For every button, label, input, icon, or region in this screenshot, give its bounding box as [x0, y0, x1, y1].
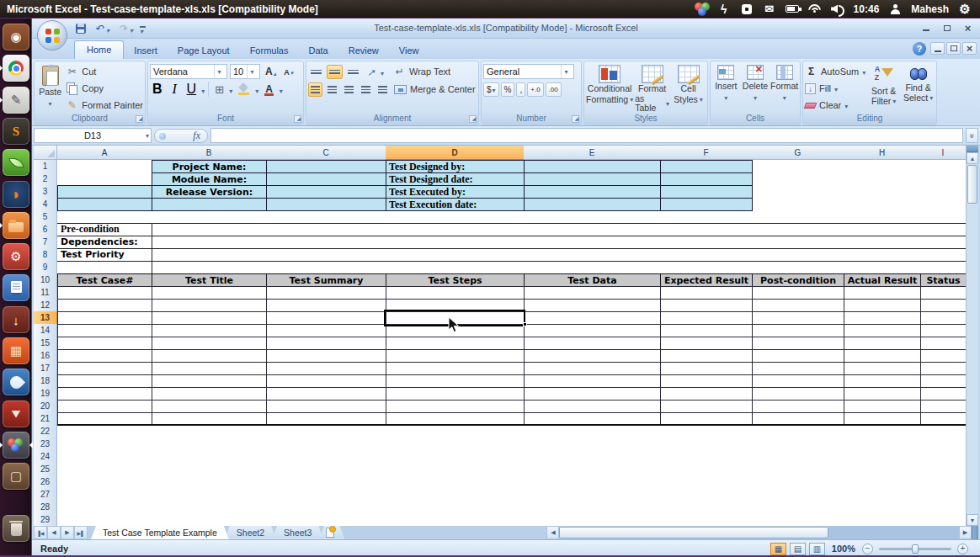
cell-F11[interactable] — [660, 286, 753, 300]
font-family-dropdown-icon[interactable] — [214, 65, 224, 78]
underline-button[interactable]: U — [184, 82, 200, 97]
next-sheet-button[interactable] — [61, 526, 74, 539]
row-header-28[interactable]: 28 — [34, 501, 57, 514]
row-header-2[interactable]: 2 — [34, 172, 57, 186]
trash-icon[interactable] — [3, 515, 29, 542]
cell-E3[interactable] — [524, 185, 661, 199]
select-all-corner[interactable] — [34, 146, 57, 160]
help-button[interactable] — [913, 42, 926, 56]
cell-D2[interactable]: Test Designed date: — [386, 172, 525, 186]
insert-function-button[interactable]: fx — [154, 129, 208, 143]
cell-I19[interactable] — [920, 387, 966, 401]
tab-home[interactable]: Home — [74, 40, 124, 59]
page-break-view-button[interactable] — [809, 543, 825, 555]
ribbon-collapse-button[interactable] — [966, 128, 978, 143]
scroll-left-button[interactable] — [546, 526, 559, 539]
align-left-button[interactable] — [308, 82, 322, 97]
alignment-dialog-launcher[interactable] — [469, 115, 477, 123]
app-indicator-icon[interactable] — [740, 3, 754, 16]
insert-cells-button[interactable]: Insert — [712, 64, 739, 113]
format-cells-button[interactable]: Format — [771, 64, 798, 113]
row-header-3[interactable]: 3 — [34, 185, 57, 199]
row-header-18[interactable]: 18 — [34, 374, 57, 388]
cell-F13[interactable] — [660, 311, 753, 325]
bottom-align-button[interactable] — [345, 65, 361, 79]
cell-B20[interactable] — [152, 400, 267, 413]
zoom-out-button[interactable] — [862, 544, 873, 554]
cell-C3[interactable] — [266, 185, 386, 199]
libreoffice-writer-icon[interactable] — [3, 274, 29, 301]
clock[interactable]: 10:46 — [854, 3, 880, 15]
cell-G12[interactable] — [752, 299, 844, 312]
last-sheet-button[interactable] — [74, 526, 88, 539]
cell-F1[interactable] — [660, 160, 753, 173]
row-header-9[interactable]: 9 — [34, 261, 57, 274]
cell-C20[interactable] — [266, 400, 386, 413]
font-color-button[interactable] — [261, 82, 277, 97]
media-app-icon[interactable]: ▢ — [3, 463, 29, 490]
cell-F4[interactable] — [660, 198, 753, 211]
cell-B12[interactable] — [152, 299, 267, 312]
cell-I18[interactable] — [920, 374, 966, 388]
cell-B13[interactable] — [152, 311, 267, 325]
find-select-button[interactable]: Find & Select — [902, 64, 935, 113]
cell-A6[interactable]: Pre-condition — [59, 223, 177, 236]
underline-dropdown-icon[interactable] — [201, 82, 205, 97]
cell-A17[interactable] — [57, 362, 152, 375]
row-header-21[interactable]: 21 — [34, 412, 57, 426]
row-header-22[interactable]: 22 — [34, 425, 57, 438]
fill-color-dropdown-icon[interactable] — [255, 82, 258, 97]
cell-C18[interactable] — [266, 374, 386, 388]
cell-E17[interactable] — [524, 362, 661, 375]
cell-F17[interactable] — [660, 362, 753, 375]
number-dialog-launcher[interactable] — [572, 115, 579, 123]
tab-insert[interactable]: Insert — [124, 42, 168, 59]
cell-B19[interactable] — [152, 387, 267, 401]
file-manager-icon[interactable] — [3, 212, 29, 239]
top-align-button[interactable] — [308, 65, 324, 79]
row-header-26[interactable]: 26 — [34, 475, 57, 489]
insert-cells-dropdown-icon[interactable] — [724, 92, 727, 102]
row-header-19[interactable]: 19 — [34, 387, 57, 401]
cell-H16[interactable] — [844, 349, 921, 363]
row-header-25[interactable]: 25 — [34, 463, 57, 476]
cell-B1[interactable]: Project Name: — [152, 160, 267, 173]
scroll-right-button[interactable] — [959, 526, 972, 539]
firefox-icon[interactable]: ◗ — [3, 181, 29, 208]
orientation-button[interactable] — [364, 65, 378, 79]
battery-icon[interactable] — [786, 3, 799, 16]
column-header-A[interactable]: A — [57, 146, 152, 160]
column-header-E[interactable]: E — [524, 146, 661, 160]
italic-button[interactable]: I — [168, 82, 182, 97]
cell-C1[interactable] — [266, 160, 386, 173]
zoom-slider-thumb[interactable] — [912, 544, 919, 554]
cell-H17[interactable] — [844, 362, 921, 375]
row-header-14[interactable]: 14 — [34, 324, 57, 337]
row-header-29[interactable]: 29 — [34, 513, 57, 526]
hscroll-track[interactable] — [828, 526, 959, 539]
workbook-close-button[interactable] — [962, 42, 977, 55]
grow-font-button[interactable] — [263, 65, 279, 78]
cell-G17[interactable] — [752, 362, 844, 375]
cell-B18[interactable] — [152, 374, 267, 388]
middle-align-button[interactable] — [327, 65, 343, 79]
page-layout-view-button[interactable] — [790, 543, 806, 555]
column-header-F[interactable]: F — [660, 146, 753, 160]
cell-F2[interactable] — [660, 172, 753, 186]
cell-H19[interactable] — [844, 387, 921, 401]
cell-E14[interactable] — [524, 324, 661, 337]
tab-page-layout[interactable]: Page Layout — [168, 42, 240, 59]
cell-D20[interactable] — [386, 400, 525, 413]
cell-I13[interactable] — [920, 311, 966, 325]
system-tools-icon[interactable]: ⚙ — [3, 243, 29, 270]
cell-F20[interactable] — [660, 400, 753, 413]
wrap-text-button[interactable]: Wrap Text — [393, 64, 450, 79]
cell-E19[interactable] — [524, 387, 661, 401]
increase-indent-button[interactable] — [375, 82, 390, 97]
user-menu[interactable]: Mahesh — [911, 3, 949, 15]
cell-F3[interactable] — [660, 185, 753, 199]
font-size-dropdown-icon[interactable] — [247, 65, 257, 78]
column-header-C[interactable]: C — [266, 146, 386, 160]
cell-I16[interactable] — [920, 349, 966, 363]
accounting-format-button[interactable]: $ — [483, 82, 499, 97]
